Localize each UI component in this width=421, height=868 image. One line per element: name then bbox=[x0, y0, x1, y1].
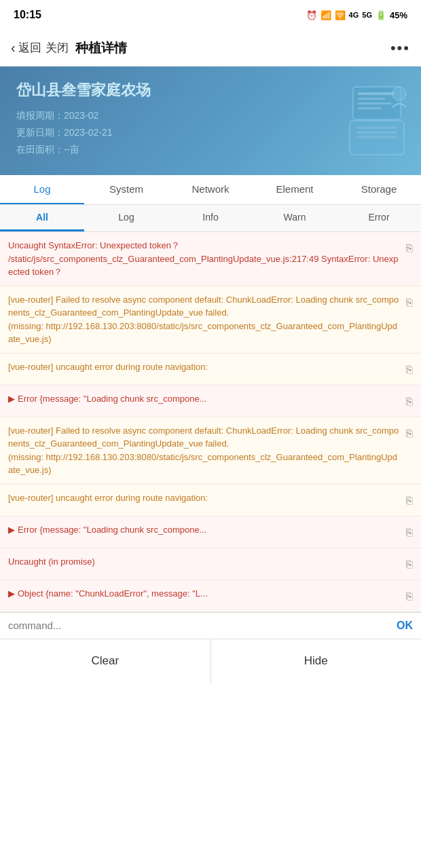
copy-icon[interactable]: ⎘ bbox=[406, 362, 413, 378]
nav-bar: ‹ 返回 关闭 种植详情 ••• bbox=[0, 30, 421, 67]
log-entry-text: [vue-router] Failed to resolve async com… bbox=[8, 424, 401, 477]
clear-button[interactable]: Clear bbox=[0, 639, 210, 683]
command-input[interactable] bbox=[8, 620, 390, 631]
copy-icon[interactable]: ⎘ bbox=[406, 525, 413, 541]
log-entry-text: Uncaught SyntaxError: Unexpected token？/… bbox=[8, 239, 401, 279]
log-entry-text: Uncaught (in promise) bbox=[8, 555, 401, 569]
copy-icon[interactable]: ⎘ bbox=[406, 588, 413, 605]
copy-icon[interactable]: ⎘ bbox=[406, 556, 413, 573]
signal-5g-icon: 5G bbox=[362, 11, 372, 19]
tab-network[interactable]: Network bbox=[168, 175, 253, 204]
expand-arrow-icon: ▶ bbox=[8, 392, 15, 406]
wifi-icon: 🛜 bbox=[335, 10, 346, 20]
devtools-tabs: Log System Network Element Storage bbox=[0, 175, 421, 205]
copy-icon[interactable]: ⎘ bbox=[406, 493, 413, 509]
expand-arrow-icon: ▶ bbox=[8, 587, 15, 601]
svg-rect-6 bbox=[356, 126, 397, 129]
close-button[interactable]: 关闭 bbox=[45, 40, 69, 56]
copy-icon[interactable]: ⎘ bbox=[406, 240, 413, 257]
hide-button[interactable]: Hide bbox=[210, 639, 422, 683]
farm-illustration bbox=[340, 73, 414, 164]
copy-icon[interactable]: ⎘ bbox=[406, 295, 413, 311]
page-title: 种植详情 bbox=[75, 39, 390, 57]
expand-arrow-icon: ▶ bbox=[8, 523, 15, 537]
log-entry: [vue-router] Failed to resolve async com… bbox=[0, 417, 421, 485]
svg-rect-8 bbox=[356, 136, 397, 138]
log-entry[interactable]: ▶ Error {message: "Loading chunk src_com… bbox=[0, 385, 421, 417]
back-button[interactable]: ‹ 返回 bbox=[11, 40, 41, 56]
svg-rect-2 bbox=[358, 92, 395, 95]
tab-log[interactable]: Log bbox=[0, 175, 84, 204]
svg-point-9 bbox=[392, 87, 406, 100]
log-tab-info[interactable]: Info bbox=[168, 205, 253, 231]
log-entry[interactable]: ▶ Error {message: "Loading chunk src_com… bbox=[0, 516, 421, 548]
svg-rect-3 bbox=[358, 98, 385, 100]
back-arrow-icon: ‹ bbox=[11, 40, 16, 56]
log-tab-warn[interactable]: Warn bbox=[253, 205, 337, 231]
tab-system[interactable]: System bbox=[84, 175, 168, 204]
console-content: Uncaught SyntaxError: Unexpected token？/… bbox=[0, 232, 421, 612]
battery-percent: 45% bbox=[390, 10, 407, 20]
status-time: 10:15 bbox=[14, 9, 41, 21]
battery-icon: 🔋 bbox=[376, 10, 386, 20]
log-level-tabs: All Log Info Warn Error bbox=[0, 205, 421, 232]
log-tab-all[interactable]: All bbox=[0, 205, 84, 231]
log-entry-text: [vue-router] Failed to resolve async com… bbox=[8, 293, 401, 346]
signal-4g-icon: 4G bbox=[349, 11, 359, 19]
tab-storage[interactable]: Storage bbox=[337, 175, 421, 204]
command-bar: OK bbox=[0, 612, 421, 639]
log-entry: [vue-router] Failed to resolve async com… bbox=[0, 286, 421, 354]
log-entry[interactable]: ▶ Object {name: "ChunkLoadError", messag… bbox=[0, 580, 421, 612]
farm-card: 岱山县叁雪家庭农场 填报周期：2023-02 更新日期：2023-02-21 在… bbox=[0, 67, 421, 175]
bottom-buttons: Clear Hide bbox=[0, 639, 421, 683]
log-entry: Uncaught (in promise) ⎘ bbox=[0, 548, 421, 580]
log-entry: [vue-router] uncaught error during route… bbox=[0, 354, 421, 385]
log-entry-text: Error {message: "Loading chunk src_compo… bbox=[18, 523, 401, 537]
log-entry-text: [vue-router] uncaught error during route… bbox=[8, 491, 401, 505]
svg-rect-4 bbox=[358, 102, 392, 105]
log-entry-text: Error {message: "Loading chunk src_compo… bbox=[18, 392, 401, 406]
log-tab-error[interactable]: Error bbox=[337, 205, 421, 231]
log-entry-text: [vue-router] uncaught error during route… bbox=[8, 360, 401, 374]
log-entry-text: Object {name: "ChunkLoadError", message:… bbox=[18, 587, 401, 601]
log-entry: [vue-router] uncaught error during route… bbox=[0, 485, 421, 516]
tab-element[interactable]: Element bbox=[253, 175, 337, 204]
log-entry: Uncaught SyntaxError: Unexpected token？/… bbox=[0, 232, 421, 286]
signal-icon: 📶 bbox=[321, 10, 331, 20]
copy-icon[interactable]: ⎘ bbox=[406, 426, 413, 442]
log-tab-log[interactable]: Log bbox=[84, 205, 168, 231]
status-icons: ⏰ 📶 🛜 4G 5G 🔋 45% bbox=[306, 10, 407, 20]
svg-rect-7 bbox=[356, 131, 397, 134]
svg-rect-5 bbox=[358, 107, 382, 109]
copy-icon[interactable]: ⎘ bbox=[406, 394, 413, 410]
alarm-icon: ⏰ bbox=[306, 10, 317, 20]
back-label: 返回 bbox=[18, 40, 41, 56]
ok-button[interactable]: OK bbox=[397, 620, 413, 632]
more-button[interactable]: ••• bbox=[390, 39, 410, 57]
status-bar: 10:15 ⏰ 📶 🛜 4G 5G 🔋 45% bbox=[0, 0, 421, 30]
